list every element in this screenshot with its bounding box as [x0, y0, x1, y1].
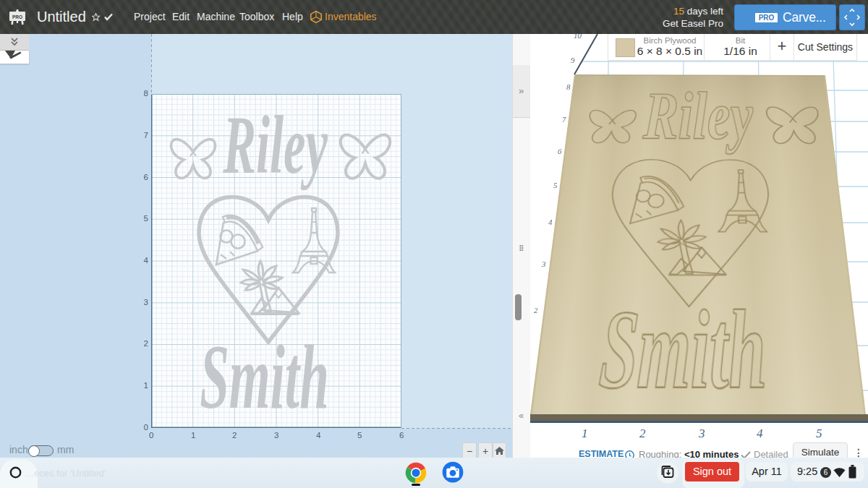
svg-text:Smith: Smith: [596, 288, 769, 413]
svg-text:Smith: Smith: [200, 326, 328, 427]
svg-text:PRO: PRO: [12, 14, 22, 20]
svg-text:Riley: Riley: [641, 79, 755, 155]
svg-text:Riley: Riley: [222, 99, 328, 190]
